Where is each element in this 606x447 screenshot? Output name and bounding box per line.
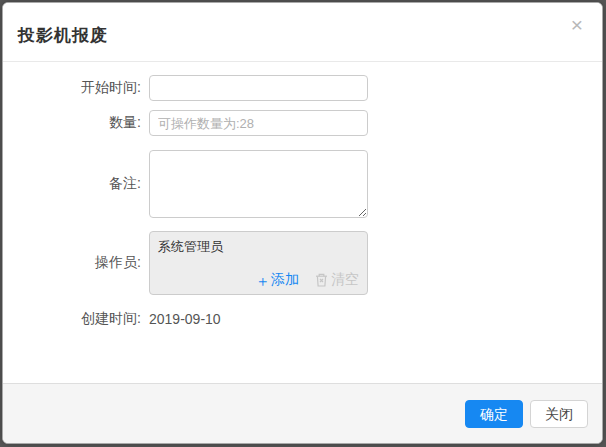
remark-textarea[interactable] — [149, 150, 368, 218]
plus-icon: ＋ — [255, 273, 270, 288]
clear-operator-label: 清空 — [331, 271, 359, 289]
remark-row: 备注: — [3, 150, 602, 218]
dialog-footer: 确定 关闭 — [3, 383, 602, 443]
remark-label: 备注: — [3, 175, 141, 193]
start-time-row: 开始时间: — [3, 75, 602, 101]
created-time-label: 创建时间: — [3, 310, 141, 328]
add-operator-link[interactable]: ＋添加 — [255, 271, 299, 289]
add-operator-label: 添加 — [271, 271, 299, 289]
quantity-input[interactable] — [149, 110, 368, 136]
start-time-label: 开始时间: — [3, 79, 141, 97]
operator-actions: ＋添加 清空 — [158, 271, 359, 289]
created-time-row: 创建时间: 2019-09-10 — [3, 310, 602, 328]
created-time-value: 2019-09-10 — [149, 311, 221, 327]
dialog-title: 投影机报废 — [18, 24, 108, 47]
projector-scrap-dialog: 投影机报废 × 开始时间: 数量: 备注: 操作员: 系统管理员 ＋添加 — [2, 2, 603, 444]
confirm-button[interactable]: 确定 — [465, 400, 523, 428]
close-icon[interactable]: × — [571, 14, 583, 35]
quantity-label: 数量: — [3, 114, 141, 132]
quantity-row: 数量: — [3, 110, 602, 136]
dialog-header: 投影机报废 × — [3, 3, 602, 62]
operator-label: 操作员: — [3, 254, 141, 272]
operator-row: 操作员: 系统管理员 ＋添加 清空 — [3, 231, 602, 295]
dialog-body: 开始时间: 数量: 备注: 操作员: 系统管理员 ＋添加 — [3, 62, 602, 383]
clear-operator-link[interactable]: 清空 — [315, 271, 359, 289]
start-time-input[interactable] — [149, 75, 368, 101]
operator-value: 系统管理员 — [158, 238, 359, 256]
trash-icon — [315, 273, 328, 287]
operator-box: 系统管理员 ＋添加 清空 — [149, 231, 368, 295]
close-button[interactable]: 关闭 — [530, 400, 588, 428]
